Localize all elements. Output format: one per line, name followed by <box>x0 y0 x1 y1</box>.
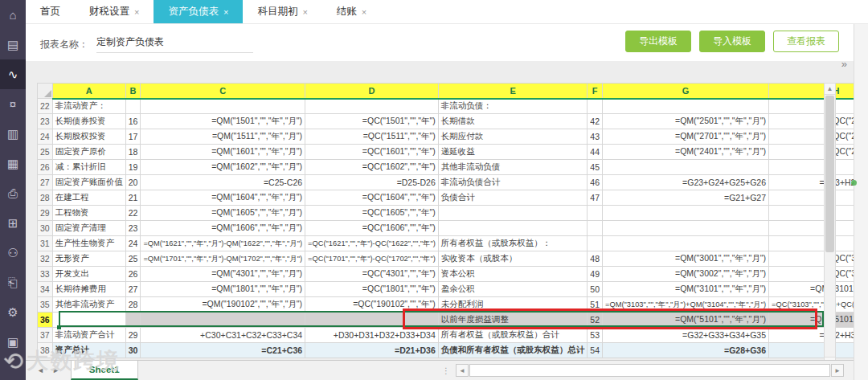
cell-A38[interactable]: 资产总计 <box>52 343 125 358</box>
cell-G29[interactable] <box>602 206 768 221</box>
cell-B23[interactable]: 16 <box>125 114 141 129</box>
row-header-34[interactable]: 34 <box>38 282 53 297</box>
cell-D32[interactable]: =QC("1701","","年")-QC("1702","","年") <box>305 251 439 267</box>
cell-E22[interactable]: 非流动负债： <box>438 99 588 114</box>
fill-handle[interactable] <box>57 325 61 329</box>
col-header-A[interactable]: A <box>52 84 125 99</box>
cell-D38[interactable]: =D21+D36 <box>305 343 439 358</box>
cell-C30[interactable]: =QM("1606","","年","月") <box>141 221 305 236</box>
col-header-B[interactable]: B <box>125 84 141 99</box>
cell-E31[interactable]: 所有者权益（或股东权益）： <box>438 236 588 251</box>
cell-F37[interactable]: 53 <box>588 328 603 343</box>
cell-D22[interactable] <box>305 99 439 114</box>
cell-B22[interactable] <box>125 99 141 114</box>
cell-D24[interactable]: =QC("1511","","年") <box>305 129 439 145</box>
row-header-31[interactable]: 31 <box>38 236 53 251</box>
cell-B25[interactable]: 18 <box>125 145 141 160</box>
col-header-E[interactable]: E <box>438 84 588 99</box>
cell-E30[interactable] <box>438 221 588 236</box>
cell-C28[interactable]: =QM("1604","","年","月") <box>141 190 305 206</box>
cell-C35[interactable]: =QM("190102","","年","月") <box>141 297 305 313</box>
row-header-35[interactable]: 35 <box>38 297 53 313</box>
cell-F29[interactable] <box>588 206 603 221</box>
cell-C34[interactable]: =QM("1801","","年","月") <box>141 282 305 297</box>
cell-E32[interactable]: 实收资本（或股本） <box>438 251 588 267</box>
cell-F36[interactable]: 52 <box>588 313 603 328</box>
cell-B33[interactable]: 26 <box>125 267 141 282</box>
cell-G33[interactable]: =QM("3002","","年","月") <box>602 267 768 282</box>
cell-A27[interactable]: 固定资产账面价值 <box>52 175 125 190</box>
scrollbar-resize-handle[interactable]: ⋮ <box>442 366 451 375</box>
cell-C37[interactable]: +C30+C31+C32+C33+C34 <box>141 328 305 343</box>
view-report-button[interactable]: 查看报表 <box>773 31 839 52</box>
sheet-nav-arrows[interactable]: ◄ ► <box>26 361 71 380</box>
col-header-F[interactable]: F <box>588 84 603 99</box>
cell-F38[interactable]: 54 <box>588 343 603 358</box>
tab-4[interactable]: 结账× <box>322 0 381 23</box>
row-header-32[interactable]: 32 <box>38 251 53 267</box>
cell-A28[interactable]: 在建工程 <box>52 190 125 206</box>
tab-close-icon[interactable]: × <box>223 7 228 17</box>
cell-A35[interactable]: 其他非流动资产 <box>52 297 125 313</box>
tab-0[interactable]: 首页 <box>26 0 75 23</box>
cell-E27[interactable]: 非流动负债合计 <box>438 175 588 190</box>
row-header-24[interactable]: 24 <box>38 129 53 145</box>
cell-B31[interactable]: 24 <box>125 236 141 251</box>
cell-G23[interactable]: =QM("2501","","年","月") <box>602 114 768 129</box>
asset-icon[interactable]: ⊞ <box>0 208 26 238</box>
collapse-chevron-icon[interactable]: » <box>841 58 847 70</box>
cell-G38[interactable]: =G28+G36 <box>602 343 768 358</box>
row-header-26[interactable]: 26 <box>38 160 53 175</box>
cell-B26[interactable]: 19 <box>125 160 141 175</box>
col-header-D[interactable]: D <box>305 84 439 99</box>
cell-A22[interactable]: 非流动资产： <box>52 99 125 114</box>
row-header-33[interactable]: 33 <box>38 267 53 282</box>
row-header-25[interactable]: 25 <box>38 145 53 160</box>
row-header-22[interactable]: 22 <box>38 99 53 114</box>
cell-D26[interactable]: =QC("1602","","年") <box>305 160 439 175</box>
cell-D34[interactable]: =QC("1801","","年") <box>305 282 439 297</box>
cell-A36[interactable] <box>52 313 125 328</box>
cell-C27[interactable]: =C25-C26 <box>141 175 305 190</box>
cell-A31[interactable]: 生产性生物资产 <box>52 236 125 251</box>
cell-E33[interactable]: 资本公积 <box>438 267 588 282</box>
cell-A33[interactable]: 开发支出 <box>52 267 125 282</box>
sheet-tab-sheet1[interactable]: Sheet1 <box>71 361 138 380</box>
cell-G24[interactable]: =QM("2701","","年","月") <box>602 129 768 145</box>
cell-G30[interactable] <box>602 221 768 236</box>
tab-2[interactable]: 资产负债表× <box>154 0 243 23</box>
row-header-38[interactable]: 38 <box>38 343 53 358</box>
cell-G32[interactable]: =QM("3001","","年","月") <box>602 251 768 267</box>
row-header-27[interactable]: 27 <box>38 175 53 190</box>
tutorial-icon[interactable]: ▣ <box>0 327 26 357</box>
cell-E25[interactable]: 递延收益 <box>438 145 588 160</box>
ledger-icon[interactable]: ▥ <box>0 119 26 149</box>
cell-A32[interactable]: 无形资产 <box>52 251 125 267</box>
cell-G36[interactable]: =QM("5101","","年","月") <box>602 313 768 328</box>
col-header-C[interactable]: C <box>141 84 305 99</box>
cell-C29[interactable]: =QM("1605","","年","月") <box>141 206 305 221</box>
cell-G28[interactable]: =G21+G27 <box>602 190 768 206</box>
cell-C31[interactable]: =QM("1621","","年","月")-QM("1622","","年",… <box>141 236 305 251</box>
import-template-button[interactable]: 导入模板 <box>699 31 765 52</box>
scroll-right-arrow-icon[interactable]: ► <box>831 364 844 377</box>
invoice-printer-icon[interactable]: ⎙ <box>0 178 26 208</box>
cell-F23[interactable]: 42 <box>588 114 603 129</box>
sheet-prev-icon[interactable]: ◄ <box>37 366 44 374</box>
cell-F27[interactable]: 46 <box>588 175 603 190</box>
cell-E26[interactable]: 其他非流动负债 <box>438 160 588 175</box>
cell-F33[interactable]: 49 <box>588 267 603 282</box>
payroll-icon[interactable]: ⚇ <box>0 238 26 268</box>
cell-B24[interactable]: 17 <box>125 129 141 145</box>
cell-E29[interactable] <box>438 206 588 221</box>
cell-E36[interactable]: 以前年度损益调整 <box>438 313 588 328</box>
cell-B37[interactable]: 29 <box>125 328 141 343</box>
scroll-up-arrow-icon[interactable]: ▲ <box>825 84 835 95</box>
cell-F35[interactable]: 51 <box>588 297 603 313</box>
cell-B28[interactable]: 21 <box>125 190 141 206</box>
cell-F31[interactable] <box>588 236 603 251</box>
cell-B32[interactable]: 25 <box>125 251 141 267</box>
row-header-23[interactable]: 23 <box>38 114 53 129</box>
cell-G27[interactable]: =G23+G24+G25+G26 <box>602 175 768 190</box>
cell-D30[interactable]: =QC("1606","","年") <box>305 221 439 236</box>
